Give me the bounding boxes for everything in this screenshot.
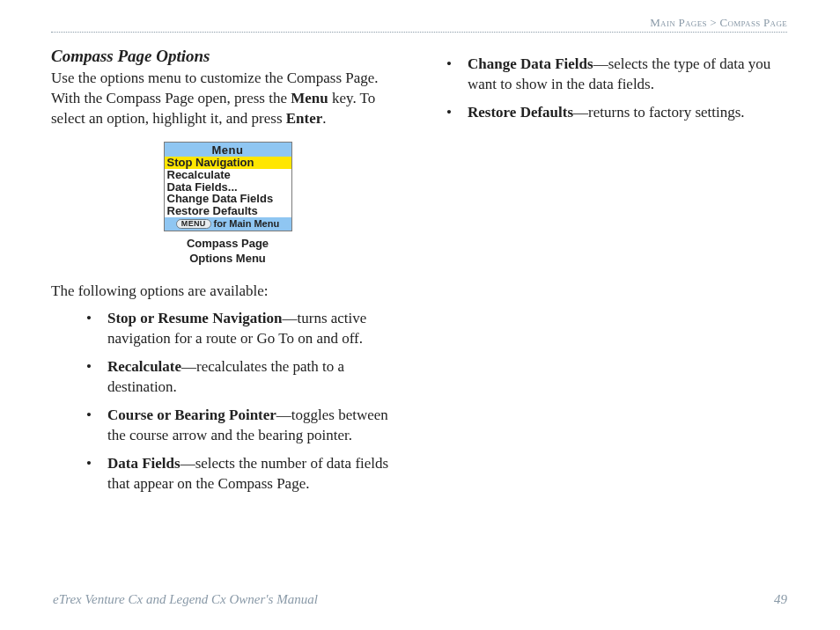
intro-enter-key: Enter <box>286 110 323 127</box>
option-name: Stop or Resume Navigation <box>107 310 283 326</box>
option-name: Change Data Fields <box>468 55 593 72</box>
intro-menu-key: Menu <box>291 90 328 106</box>
option-item: Stop or Resume Navigation—turns active n… <box>86 309 404 349</box>
left-column: Compass Page Options Use the options men… <box>51 47 404 502</box>
breadcrumb-right: Compass Page <box>720 16 787 29</box>
option-item: Recalculate—recalculates the path to a d… <box>86 357 404 398</box>
caption-line1: Compass Page <box>187 237 269 250</box>
option-item: Data Fields—selects the number of data f… <box>86 454 404 494</box>
device-screenshot: Menu Stop NavigationRecalculateData Fiel… <box>164 142 292 232</box>
option-name: Recalculate <box>107 358 181 375</box>
option-item: Change Data Fields—selects the type of d… <box>446 55 787 95</box>
section-title: Compass Page Options <box>51 47 404 66</box>
page-footer: eTrex Venture Cx and Legend Cx Owner's M… <box>53 592 787 607</box>
options-lead: The following options are available: <box>51 282 404 300</box>
intro-text: . <box>322 110 326 127</box>
footer-manual-title: eTrex Venture Cx and Legend Cx Owner's M… <box>53 592 318 607</box>
options-list-left: Stop or Resume Navigation—turns active n… <box>51 309 404 494</box>
device-menu-item: Recalculate <box>165 169 291 181</box>
caption-line2: Options Menu <box>189 252 266 265</box>
menu-pill: MENU <box>176 219 211 229</box>
right-column: Change Data Fields—selects the type of d… <box>434 47 787 502</box>
intro-paragraph: Use the options menu to customize the Co… <box>51 69 404 129</box>
breadcrumb-left: Main Pages <box>650 16 707 29</box>
header-rule <box>51 32 787 33</box>
device-menu-item: Data Fields... <box>165 181 291 194</box>
option-name: Data Fields <box>107 455 181 472</box>
device-footer-text: for Main Menu <box>211 218 280 229</box>
breadcrumb: Main Pages > Compass Page <box>51 16 787 30</box>
options-list-right: Change Data Fields—selects the type of d… <box>434 55 787 123</box>
breadcrumb-sep: > <box>710 16 717 29</box>
device-menu-item: Restore Defaults <box>165 205 291 217</box>
option-item: Course or Bearing Pointer—toggles betwee… <box>86 406 404 446</box>
device-menu-item: Stop Navigation <box>165 157 291 169</box>
device-footer: MENU for Main Menu <box>165 217 291 231</box>
device-menu-header: Menu <box>165 143 291 158</box>
device-menu-item: Change Data Fields <box>165 193 291 205</box>
figure-caption: Compass Page Options Menu <box>51 237 404 267</box>
figure: Menu Stop NavigationRecalculateData Fiel… <box>51 142 404 267</box>
option-name: Restore Defaults <box>468 104 573 121</box>
footer-page-number: 49 <box>774 592 787 607</box>
option-desc: —returns to factory settings. <box>573 104 745 121</box>
option-name: Course or Bearing Pointer <box>107 407 276 423</box>
option-item: Restore Defaults—returns to factory sett… <box>446 103 787 123</box>
